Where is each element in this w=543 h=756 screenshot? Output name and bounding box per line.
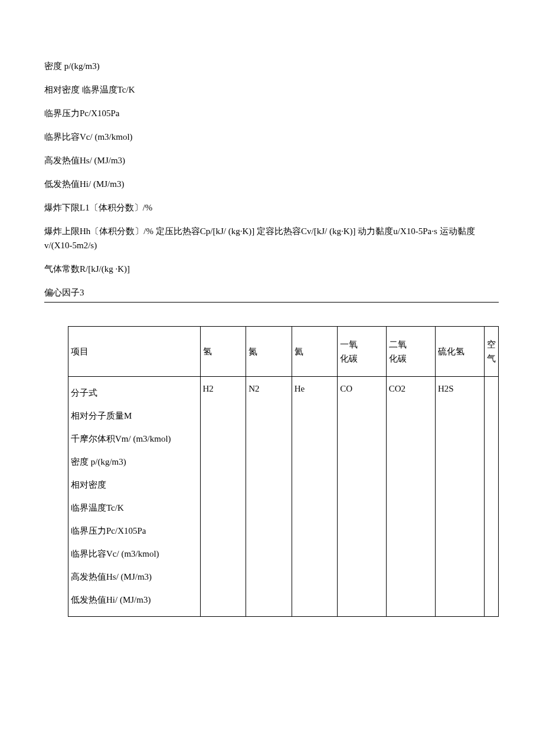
cell-h2: H2 bbox=[200, 377, 246, 617]
row-label: 分子式 bbox=[71, 382, 198, 405]
cell-he: He bbox=[292, 377, 338, 617]
property-item: 临界比容Vc/ (m3/kmol) bbox=[44, 130, 499, 144]
gas-properties-table: 项目 氢 氮 氦 一氧 化碳 二氧 化碳 硫化氢 空气 分子式 相对分子质量M … bbox=[68, 326, 499, 617]
property-item: 爆炸上限Hh〔体积分数〕/% 定压比热容Cp/[kJ/ (kg·K)] 定容比热… bbox=[44, 224, 499, 252]
row-label: 密度 p/(kg/m3) bbox=[71, 451, 198, 474]
property-item: 低发热值Hi/ (MJ/m3) bbox=[44, 177, 499, 191]
header-carbon-dioxide: 二氧 化碳 bbox=[386, 327, 435, 377]
table-header-row: 项目 氢 氮 氦 一氧 化碳 二氧 化碳 硫化氢 空气 bbox=[68, 327, 499, 377]
cell-co2: CO2 bbox=[386, 377, 435, 617]
row-label: 相对密度 bbox=[71, 474, 198, 497]
cell-air bbox=[484, 377, 498, 617]
header-air: 空气 bbox=[484, 327, 498, 377]
row-label: 低发热值Hi/ (MJ/m3) bbox=[71, 589, 198, 612]
header-item: 项目 bbox=[68, 327, 201, 377]
row-label: 临界温度Tc/K bbox=[71, 497, 198, 520]
property-item: 临界压力Pc/X105Pa bbox=[44, 106, 499, 120]
cell-n2: N2 bbox=[246, 377, 292, 617]
header-nitrogen: 氮 bbox=[246, 327, 292, 377]
property-list: 密度 p/(kg/m3) 相对密度 临界温度Tc/K 临界压力Pc/X105Pa… bbox=[44, 59, 499, 303]
row-labels-cell: 分子式 相对分子质量M 千摩尔体积Vm/ (m3/kmol) 密度 p/(kg/… bbox=[68, 377, 201, 617]
cell-co: CO bbox=[338, 377, 386, 617]
row-label: 临界比容Vc/ (m3/kmol) bbox=[71, 543, 198, 566]
header-hydrogen-sulfide: 硫化氢 bbox=[435, 327, 484, 377]
header-helium: 氦 bbox=[292, 327, 338, 377]
property-item: 相对密度 临界温度Tc/K bbox=[44, 83, 499, 97]
property-item: 偏心因子3 bbox=[44, 285, 499, 303]
header-carbon-monoxide: 一氧 化碳 bbox=[338, 327, 386, 377]
property-item: 密度 p/(kg/m3) bbox=[44, 59, 499, 73]
cell-h2s: H2S bbox=[435, 377, 484, 617]
table-row: 分子式 相对分子质量M 千摩尔体积Vm/ (m3/kmol) 密度 p/(kg/… bbox=[68, 377, 499, 617]
header-hydrogen: 氢 bbox=[200, 327, 246, 377]
property-item: 高发热值Hs/ (MJ/m3) bbox=[44, 153, 499, 167]
row-label: 高发热值Hs/ (MJ/m3) bbox=[71, 566, 198, 589]
property-item: 爆炸下限L1〔体积分数〕/% bbox=[44, 200, 499, 215]
property-item: 气体常数R/[kJ/(kg ·K)] bbox=[44, 262, 499, 276]
row-label: 临界压力Pc/X105Pa bbox=[71, 520, 198, 543]
gas-properties-table-wrapper: 项目 氢 氮 氦 一氧 化碳 二氧 化碳 硫化氢 空气 分子式 相对分子质量M … bbox=[68, 326, 499, 617]
row-label: 相对分子质量M bbox=[71, 405, 198, 428]
row-label: 千摩尔体积Vm/ (m3/kmol) bbox=[71, 428, 198, 451]
